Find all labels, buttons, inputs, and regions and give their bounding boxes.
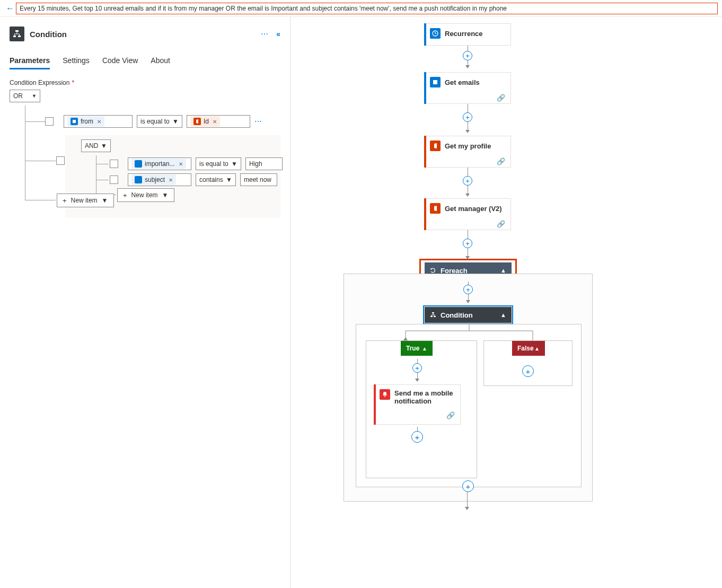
insert-step-button[interactable]: + xyxy=(462,480,474,492)
row-checkbox[interactable] xyxy=(45,117,54,126)
operator-select[interactable]: contains▼ xyxy=(196,173,236,186)
insert-step-button[interactable]: + xyxy=(463,176,472,186)
node-get-manager[interactable]: Get manager (V2) 🔗 xyxy=(424,198,511,230)
condition-body: True ▲ + Se xyxy=(356,324,582,487)
chevron-down-icon: ▼ xyxy=(101,142,107,150)
chevron-down-icon: ▼ xyxy=(102,197,108,204)
new-item-button[interactable]: + New item ▼ xyxy=(117,188,174,202)
outlook-icon xyxy=(430,77,441,87)
node-get-emails[interactable]: Get emails 🔗 xyxy=(424,72,511,104)
svg-rect-4 xyxy=(73,120,76,124)
panel-title: Condition xyxy=(30,30,67,39)
insert-step-button[interactable]: + xyxy=(412,363,422,373)
branch-false-header[interactable]: False ▲ xyxy=(512,341,545,356)
operand-left[interactable]: importan...✕ xyxy=(128,157,191,170)
row-checkbox[interactable] xyxy=(56,156,65,165)
chevron-up-icon[interactable]: ▲ xyxy=(422,346,427,352)
operand-left[interactable]: from✕ xyxy=(64,115,133,128)
tab-code-view[interactable]: Code View xyxy=(102,53,138,69)
svg-rect-1 xyxy=(13,36,16,37)
tab-parameters[interactable]: Parameters xyxy=(10,53,50,69)
office-icon xyxy=(430,141,441,151)
svg-point-17 xyxy=(384,396,385,397)
chevron-down-icon: ▼ xyxy=(231,160,237,168)
root-operator-select[interactable]: OR ▼ xyxy=(10,90,40,102)
panel-collapse-icon[interactable]: « xyxy=(276,30,280,38)
svg-rect-7 xyxy=(136,161,141,166)
row-more-icon[interactable]: ⋯ xyxy=(254,117,262,126)
row-checkbox[interactable] xyxy=(110,160,118,168)
bell-icon xyxy=(380,389,390,400)
condition-icon xyxy=(10,27,24,41)
tab-settings[interactable]: Settings xyxy=(63,53,90,69)
designer-canvas[interactable]: Recurrence + Get emails 🔗 + Get my profi… xyxy=(290,17,722,588)
plus-icon: + xyxy=(63,197,67,205)
flow-description-box[interactable]: Every 15 minutes, Get top 10 unread emai… xyxy=(16,3,718,14)
operator-select[interactable]: is equal to▼ xyxy=(137,115,182,128)
chevron-down-icon: ▼ xyxy=(32,93,37,99)
outlook-icon xyxy=(71,118,78,125)
branch-true: True ▲ + Se xyxy=(366,340,477,478)
value-input[interactable]: High xyxy=(245,157,283,170)
flow-description-text: Every 15 minutes, Get top 10 unread emai… xyxy=(20,5,507,12)
chevron-up-icon[interactable]: ▲ xyxy=(500,267,506,274)
svg-rect-16 xyxy=(434,316,436,317)
remove-token-icon[interactable]: ✕ xyxy=(169,177,173,183)
loop-icon xyxy=(430,267,436,274)
link-icon[interactable]: 🔗 xyxy=(497,220,505,228)
link-icon[interactable]: 🔗 xyxy=(497,94,505,102)
operator-select[interactable]: is equal to▼ xyxy=(196,157,241,170)
node-condition-header[interactable]: Condition ▲ xyxy=(425,307,512,323)
node-mobile-notification[interactable]: Send me a mobile notification 🔗 xyxy=(374,384,461,425)
insert-step-button[interactable]: + xyxy=(463,239,472,248)
foreach-body: + Condition ▲ xyxy=(344,274,593,502)
office-icon xyxy=(430,203,441,214)
svg-rect-14 xyxy=(432,312,434,313)
svg-rect-15 xyxy=(430,316,433,317)
svg-rect-2 xyxy=(18,36,21,37)
insert-step-button[interactable]: + xyxy=(463,285,473,294)
and-operator-select[interactable]: AND▼ xyxy=(81,139,111,152)
panel-more-icon[interactable]: ⋯ xyxy=(261,30,269,38)
condition-panel: Condition ⋯ « Parameters Settings Code V… xyxy=(0,17,290,588)
panel-tabs: Parameters Settings Code View About xyxy=(10,53,280,69)
node-recurrence[interactable]: Recurrence xyxy=(424,23,511,46)
branch-true-header[interactable]: True ▲ xyxy=(401,341,433,356)
office-icon xyxy=(193,118,201,125)
insert-step-button[interactable]: + xyxy=(463,112,472,122)
chevron-up-icon[interactable]: ▲ xyxy=(534,346,540,352)
insert-step-button[interactable]: + xyxy=(522,365,534,377)
operand-right[interactable]: Id✕ xyxy=(187,115,250,128)
link-icon[interactable]: 🔗 xyxy=(446,411,455,419)
svg-rect-0 xyxy=(15,30,19,32)
clock-icon xyxy=(430,28,441,39)
node-get-my-profile[interactable]: Get my profile 🔗 xyxy=(424,136,511,168)
remove-token-icon[interactable]: ✕ xyxy=(213,119,217,125)
chevron-down-icon: ▼ xyxy=(226,176,232,183)
insert-step-button[interactable]: + xyxy=(463,51,472,60)
new-item-button[interactable]: + New item ▼ xyxy=(57,194,114,207)
row-checkbox[interactable] xyxy=(110,175,118,184)
remove-token-icon[interactable]: ✕ xyxy=(97,119,101,125)
plus-icon: + xyxy=(123,191,127,199)
link-icon[interactable]: 🔗 xyxy=(497,157,505,165)
branch-false: False ▲ + xyxy=(483,340,573,386)
outlook-icon xyxy=(135,160,142,168)
tab-about[interactable]: About xyxy=(151,53,170,69)
value-input[interactable]: meet now xyxy=(240,173,277,186)
condition-icon xyxy=(430,312,436,318)
condition-expression-label: Condition Expression * xyxy=(10,79,280,86)
svg-rect-11 xyxy=(433,80,437,84)
back-arrow-icon[interactable]: ← xyxy=(4,4,16,13)
operand-left[interactable]: subject✕ xyxy=(128,173,191,186)
insert-step-button[interactable]: + xyxy=(411,431,423,443)
outlook-icon xyxy=(135,176,142,183)
chevron-down-icon: ▼ xyxy=(172,118,179,125)
required-star: * xyxy=(72,79,74,86)
chevron-down-icon: ▼ xyxy=(162,191,169,199)
svg-rect-8 xyxy=(136,177,141,182)
remove-token-icon[interactable]: ✕ xyxy=(179,161,183,167)
chevron-up-icon[interactable]: ▲ xyxy=(500,312,506,318)
